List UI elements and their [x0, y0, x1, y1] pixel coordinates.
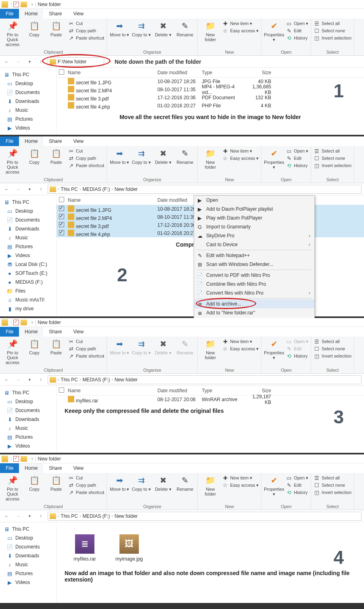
file-row[interactable]: secret file 2.MP408-10-2017 11:35MP4 - M… — [56, 86, 364, 94]
copy-path-button[interactable]: ⇄Copy path — [68, 482, 104, 488]
breadcrumb-segment[interactable]: MEDIAS (F:) — [82, 377, 110, 383]
tab-file[interactable]: File — [0, 327, 19, 337]
sidebar-item[interactable]: ♪Music — [0, 560, 56, 569]
copy-button[interactable]: 📋Copy — [24, 148, 44, 165]
up-button[interactable]: ↑ — [36, 185, 45, 194]
breadcrumb-segment[interactable]: New folder — [115, 513, 138, 519]
tab-share[interactable]: Share — [43, 327, 67, 337]
tab-view[interactable]: View — [67, 136, 89, 146]
context-menu-item[interactable]: Cast to Device› — [194, 240, 314, 249]
sidebar-item[interactable]: ⬇Downloads — [0, 224, 56, 233]
pin-button[interactable]: 📌Pin to Quick access — [2, 475, 23, 501]
col-name[interactable]: Name — [66, 388, 157, 393]
tab-file[interactable]: File — [0, 136, 19, 146]
new-item-button[interactable]: ✚New item ▾ — [222, 475, 259, 481]
tab-share[interactable]: Share — [43, 463, 67, 473]
new-folder-button[interactable]: 📁New folder — [200, 475, 220, 496]
breadcrumb-segment[interactable]: New folder — [115, 186, 138, 192]
sidebar-item[interactable]: ▤Pictures — [0, 115, 56, 123]
copy-path-button[interactable]: ⇄Copy path — [68, 27, 104, 34]
forward-button[interactable]: → — [14, 512, 23, 521]
path-input[interactable]: F:\New folder — [48, 57, 104, 66]
edit-button[interactable]: ✎Edit — [286, 27, 308, 34]
history-button[interactable]: ⟲History — [286, 35, 308, 41]
cut-button[interactable]: ✂Cut — [68, 148, 104, 154]
new-folder-button[interactable]: 📁New folder — [200, 20, 220, 42]
select-all-checkbox[interactable] — [59, 197, 64, 202]
sidebar-item[interactable]: 📄Documents — [0, 542, 56, 551]
cut-button[interactable]: ✂Cut — [68, 475, 104, 481]
sidebar-item[interactable]: ⬇Downloads — [0, 97, 56, 106]
sidebar-item[interactable]: ▤Pictures — [0, 433, 56, 442]
large-icon-item[interactable]: ≣myfiles.rar — [69, 534, 101, 562]
forward-button[interactable]: → — [14, 57, 23, 66]
move-to-button[interactable]: ➡Move to ▾ — [109, 338, 130, 355]
copy-path-button[interactable]: ⇄Copy path — [68, 155, 104, 161]
breadcrumb-segment[interactable]: New folder — [115, 377, 138, 383]
edit-button[interactable]: ✎Edit — [286, 155, 308, 161]
col-name[interactable]: Name — [66, 197, 157, 203]
context-menu-item[interactable]: ▶Open — [194, 196, 314, 205]
sidebar-item[interactable]: ⬇Downloads — [0, 551, 56, 560]
new-item-button[interactable]: ✚New item ▾ — [222, 148, 259, 154]
sidebar-item[interactable]: 🖥This PC — [0, 198, 56, 207]
col-date[interactable]: Date modified — [157, 70, 202, 75]
sidebar-item[interactable]: ▮my drive — [0, 304, 56, 313]
sidebar-item[interactable]: ▤Pictures — [0, 242, 56, 251]
invert-selection-button[interactable]: ◫Invert selection — [314, 162, 351, 169]
tab-view[interactable]: View — [67, 463, 89, 473]
sidebar-item[interactable]: 📄Documents — [0, 88, 56, 97]
sidebar-item[interactable]: 🖥This PC — [0, 388, 56, 397]
context-menu-item[interactable]: 📄Convert files with Nitro Pro› — [194, 289, 314, 297]
new-item-button[interactable]: ✚New item ▾ — [222, 338, 259, 345]
row-checkbox[interactable] — [59, 214, 64, 219]
copy-path-button[interactable]: ⇄Copy path — [68, 345, 104, 352]
col-name[interactable]: Name — [66, 70, 157, 75]
rename-button[interactable]: ✎Rename — [175, 148, 195, 165]
invert-selection-button[interactable]: ◫Invert selection — [314, 353, 351, 359]
easy-access-button[interactable]: ☆Easy access ▾ — [222, 155, 259, 161]
context-menu-item[interactable]: ✎Edit with Notepad++ — [194, 251, 314, 260]
select-all-button[interactable]: ☰Select all — [314, 338, 351, 345]
sidebar-item[interactable]: 📄Documents — [0, 406, 56, 415]
easy-access-button[interactable]: ☆Easy access ▾ — [222, 27, 259, 34]
move-to-button[interactable]: ➡Move to ▾ — [109, 148, 130, 165]
context-menu-item[interactable]: ▶Add to Daum PotPlayer playlist — [194, 205, 314, 213]
recent-dropdown[interactable]: ▾ — [25, 185, 34, 194]
up-button[interactable]: ↑ — [36, 57, 45, 66]
move-to-button[interactable]: ➡Move to ▾ — [109, 20, 130, 37]
breadcrumb-segment[interactable]: MEDIAS (F:) — [82, 186, 110, 192]
copy-to-button[interactable]: ⇉Copy to ▾ — [131, 148, 151, 165]
select-all-checkbox[interactable] — [59, 69, 64, 75]
new-item-button[interactable]: ✚New item ▾ — [222, 20, 259, 27]
new-folder-button[interactable]: 📁New folder — [200, 338, 220, 360]
properties-button[interactable]: ✔Properties ▾ — [264, 475, 284, 496]
col-type[interactable]: Type — [202, 70, 246, 75]
pin-button[interactable]: 📌Pin to Quick access — [2, 338, 23, 365]
copy-button[interactable]: 📋Copy — [24, 338, 44, 355]
back-button[interactable]: ← — [2, 185, 11, 194]
select-all-button[interactable]: ☰Select all — [314, 20, 351, 27]
paste-shortcut-button[interactable]: ↗Paste shortcut — [68, 35, 104, 41]
history-button[interactable]: ⟲History — [286, 353, 308, 359]
up-button[interactable]: ↑ — [36, 375, 45, 384]
back-button[interactable]: ← — [2, 375, 11, 384]
sidebar-item[interactable]: ♫MusIc mAsTi! — [0, 295, 56, 304]
copy-button[interactable]: 📋Copy — [24, 20, 44, 37]
rename-button[interactable]: ✎Rename — [175, 475, 195, 492]
copy-to-button[interactable]: ⇉Copy to ▾ — [131, 20, 151, 37]
context-menu-item[interactable]: ≣Add to "New folder.rar" — [194, 308, 314, 317]
paste-button[interactable]: 📋Paste — [46, 148, 66, 165]
file-row[interactable]: myfiles.rar08-12-2017 20:06WinRAR archiv… — [56, 396, 364, 404]
sidebar-item[interactable]: ▶Videos — [0, 578, 56, 587]
context-menu-item[interactable]: GImport to Grammarly — [194, 222, 314, 231]
select-none-button[interactable]: ☐Select none — [314, 345, 351, 352]
sidebar-item[interactable]: ▭Desktop — [0, 397, 56, 406]
sidebar-item[interactable]: ▶Videos — [0, 251, 56, 260]
sidebar-item[interactable]: ♪Music — [0, 233, 56, 242]
row-checkbox[interactable] — [59, 206, 64, 211]
sidebar-item[interactable]: ▭Desktop — [0, 207, 56, 216]
tab-view[interactable]: View — [67, 327, 89, 337]
paste-button[interactable]: 📋Paste — [46, 475, 66, 492]
context-menu-item[interactable]: 📄Combine files with Nitro Pro — [194, 280, 314, 289]
